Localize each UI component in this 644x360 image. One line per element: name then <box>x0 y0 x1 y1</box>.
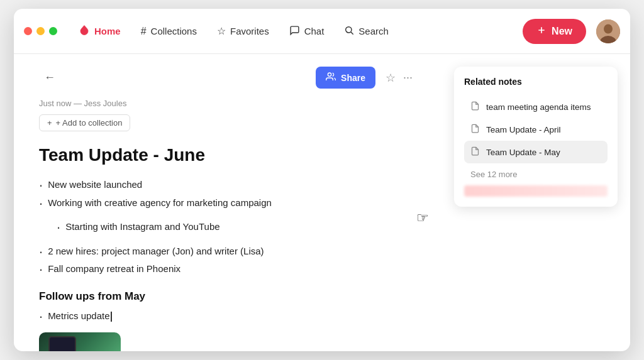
add-collection-label: + Add to collection <box>56 118 123 128</box>
star-icon: ☆ <box>386 72 396 84</box>
share-icon <box>326 72 336 84</box>
nav-collections-label: Collections <box>151 26 197 36</box>
image-preview <box>39 332 121 351</box>
new-button[interactable]: New <box>523 19 586 44</box>
bullet-list: New website launched Working with creati… <box>39 177 416 212</box>
nav-search-label: Search <box>358 26 389 36</box>
nav-search[interactable]: Search <box>335 20 397 42</box>
list-item-text: Starting with Instagram and YouTube <box>65 219 219 235</box>
traffic-lights <box>24 27 57 35</box>
list-item: Starting with Instagram and YouTube <box>57 219 416 237</box>
nav-chat-label: Chat <box>304 26 325 36</box>
related-note-item-1[interactable]: team meeting agenda items <box>464 95 608 118</box>
svg-line-1 <box>351 32 353 35</box>
svg-point-3 <box>604 24 613 33</box>
traffic-light-red[interactable] <box>24 27 32 35</box>
share-button[interactable]: Share <box>316 67 375 89</box>
back-icon: ← <box>44 71 55 84</box>
document-icon <box>470 124 480 135</box>
list-item: 2 new hires: project manager (Jon) and w… <box>39 243 416 261</box>
new-button-label: New <box>552 26 572 37</box>
related-note-label: team meeting agenda items <box>486 102 591 112</box>
more-options-button[interactable]: ··· <box>399 67 416 88</box>
followup-list: Metrics update <box>39 308 416 326</box>
related-notes-card: Related notes team meeting agenda items <box>454 67 618 207</box>
svg-point-5 <box>328 73 331 76</box>
related-notes-title: Related notes <box>464 77 608 87</box>
editor-toolbar: ← Share ☆ <box>39 67 416 89</box>
related-note-label: Team Update - April <box>486 125 561 134</box>
list-item: Metrics update <box>39 308 416 326</box>
list-item-text: New website launched <box>48 177 142 193</box>
title-bar: Home # Collections ☆ Favorites Chat <box>14 9 630 54</box>
nav-collections[interactable]: # Collections <box>132 21 206 41</box>
chat-icon <box>289 25 300 38</box>
favorite-button[interactable]: ☆ <box>382 67 399 89</box>
related-note-label: Team Update - May <box>486 148 560 157</box>
avatar-image <box>596 19 620 43</box>
blurred-preview <box>464 185 608 197</box>
collections-icon: # <box>141 26 147 36</box>
document-title: Team Update - June <box>39 145 416 165</box>
related-notes-panel: Related notes team meeting agenda items <box>441 54 630 351</box>
meta-text: Just now — Jess Joules <box>39 99 416 108</box>
related-note-item-3[interactable]: Team Update - May <box>464 141 608 163</box>
app-window: Home # Collections ☆ Favorites Chat <box>14 9 630 351</box>
favorites-icon: ☆ <box>217 26 226 36</box>
search-icon <box>344 25 354 37</box>
editor-area: ← Share ☆ <box>14 54 441 351</box>
nav-favorites-label: Favorites <box>230 26 269 36</box>
nav-home-label: Home <box>94 26 121 36</box>
back-button[interactable]: ← <box>39 68 60 87</box>
list-item: New website launched <box>39 177 416 195</box>
traffic-light-green[interactable] <box>49 27 57 35</box>
related-note-item-2[interactable]: Team Update - April <box>464 118 608 141</box>
ellipsis-icon: ··· <box>403 71 413 84</box>
list-item: Working with creative agency for marketi… <box>39 195 416 213</box>
list-item-text: 2 new hires: project manager (Jon) and w… <box>48 243 264 259</box>
nested-bullet-list: Starting with Instagram and YouTube <box>57 219 416 237</box>
list-item-text: Working with creative agency for marketi… <box>48 195 272 211</box>
nav-home[interactable]: Home <box>70 19 130 43</box>
avatar[interactable] <box>596 19 620 43</box>
list-item-text: Fall company retreat in Phoenix <box>48 261 180 277</box>
add-icon: + <box>47 118 52 128</box>
new-icon <box>536 25 547 38</box>
list-item-text: Metrics update <box>48 308 111 324</box>
see-more-link[interactable]: See 12 more <box>464 163 608 180</box>
document-icon <box>470 101 480 112</box>
nav-chat[interactable]: Chat <box>280 20 333 43</box>
traffic-light-yellow[interactable] <box>36 27 45 35</box>
share-button-label: Share <box>341 73 365 83</box>
bullet-list-2: 2 new hires: project manager (Jon) and w… <box>39 243 416 279</box>
document-icon <box>470 146 480 158</box>
nav-favorites[interactable]: ☆ Favorites <box>208 21 278 41</box>
text-cursor <box>111 312 112 322</box>
list-item: Fall company retreat in Phoenix <box>39 261 416 279</box>
home-icon <box>79 25 90 38</box>
section-heading: Follow ups from May <box>39 290 416 303</box>
svg-point-0 <box>346 27 352 33</box>
main-nav: Home # Collections ☆ Favorites Chat <box>70 19 620 44</box>
add-to-collection-button[interactable]: + + Add to collection <box>39 114 130 131</box>
main-content: ← Share ☆ <box>14 54 630 351</box>
